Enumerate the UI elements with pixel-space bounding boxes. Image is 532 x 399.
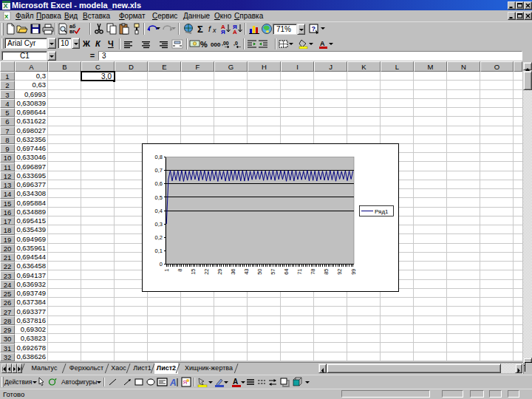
svg-text:Ряд1: Ряд1 bbox=[375, 208, 389, 215]
svg-text:8: 8 bbox=[177, 269, 183, 272]
svg-text:92: 92 bbox=[336, 269, 343, 275]
svg-text:0,4: 0,4 bbox=[155, 208, 163, 214]
svg-text:29: 29 bbox=[216, 269, 223, 275]
svg-text:?: ? bbox=[312, 25, 316, 33]
svg-text:А: А bbox=[320, 40, 325, 47]
svg-text:0,1: 0,1 bbox=[155, 248, 163, 254]
svg-text:вг: вг bbox=[69, 29, 75, 34]
svg-text:64: 64 bbox=[283, 269, 290, 275]
svg-text:1: 1 bbox=[163, 269, 170, 272]
svg-text:X: X bbox=[4, 2, 8, 10]
svg-text:50: 50 bbox=[256, 269, 263, 275]
svg-text:А: А bbox=[233, 378, 238, 386]
svg-text:0,7: 0,7 bbox=[155, 167, 163, 174]
svg-text:22: 22 bbox=[203, 269, 210, 275]
svg-text:аб: аб bbox=[69, 24, 76, 29]
svg-text:57: 57 bbox=[270, 269, 276, 275]
svg-text:0: 0 bbox=[160, 261, 163, 267]
svg-text:43: 43 bbox=[243, 269, 250, 275]
svg-text:0,2: 0,2 bbox=[155, 234, 163, 241]
svg-text:,00: ,00 bbox=[222, 41, 229, 47]
svg-text:x: x bbox=[212, 27, 216, 34]
svg-text:0,6: 0,6 bbox=[155, 180, 163, 187]
svg-text:f: f bbox=[208, 24, 211, 33]
svg-text:А: А bbox=[169, 378, 177, 387]
svg-text:0,8: 0,8 bbox=[155, 154, 163, 160]
svg-text:0,5: 0,5 bbox=[155, 194, 163, 201]
svg-text:15: 15 bbox=[190, 269, 197, 275]
svg-text:0,3: 0,3 bbox=[155, 221, 163, 228]
svg-text:,0: ,0 bbox=[233, 41, 238, 47]
svg-text:85: 85 bbox=[323, 269, 330, 275]
svg-text:Я: Я bbox=[221, 29, 225, 35]
svg-text:X: X bbox=[4, 13, 9, 20]
svg-text:99: 99 bbox=[350, 269, 357, 275]
svg-text:71: 71 bbox=[296, 269, 303, 275]
svg-text:36: 36 bbox=[230, 269, 236, 275]
svg-text:А: А bbox=[233, 29, 237, 35]
svg-text:78: 78 bbox=[310, 269, 316, 275]
svg-text:Σ: Σ bbox=[197, 24, 203, 35]
